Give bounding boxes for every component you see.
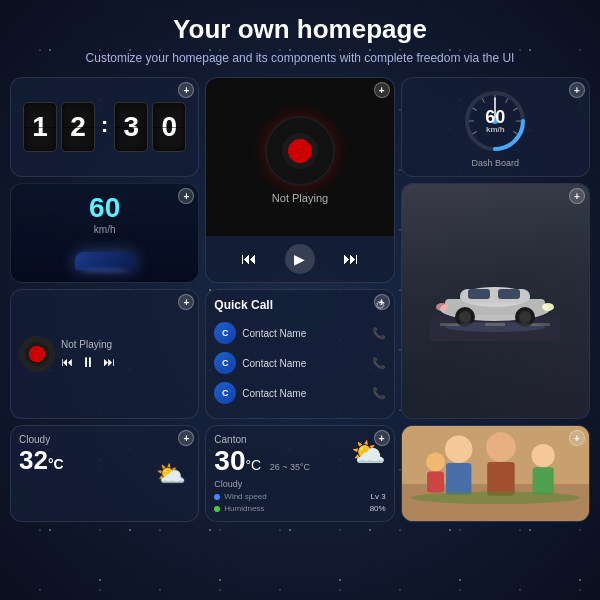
car-speed-value: 60 — [89, 192, 120, 224]
svg-rect-21 — [468, 289, 490, 299]
svg-point-36 — [531, 444, 554, 467]
gauge-display: 60 km/h — [460, 86, 530, 156]
call-icon-2[interactable]: 📞 — [372, 357, 386, 370]
weather-large-unit: °C — [245, 457, 261, 473]
quick-call-widget: + Quick Call ⚙ C Contact Name 📞 C Contac… — [205, 289, 394, 419]
music-small-status: Not Playing — [61, 339, 115, 350]
car-speed-widget: + 60 km/h — [10, 183, 199, 283]
svg-point-28 — [436, 303, 448, 311]
page-subtitle: Customize your homepage and its componen… — [0, 49, 600, 77]
dashboard-add-button[interactable]: + — [569, 82, 585, 98]
contact-row-1[interactable]: C Contact Name 📞 — [214, 318, 385, 348]
gauge-label: Dash Board — [472, 158, 520, 168]
contact-name-2: Contact Name — [242, 358, 365, 369]
weather-detail-humidity: Humidness 80% — [214, 504, 385, 513]
contact-avatar-2: C — [214, 352, 236, 374]
clock-h1: 1 — [23, 102, 57, 152]
weather-small-widget: + Cloudy 32°C ⛅ — [10, 425, 199, 522]
weather-small-add-button[interactable]: + — [178, 430, 194, 446]
quick-call-title: Quick Call — [214, 298, 273, 312]
svg-rect-37 — [532, 467, 553, 494]
humidity-dot — [214, 506, 220, 512]
svg-line-9 — [513, 132, 517, 135]
wind-dot — [214, 494, 220, 500]
wind-value: Lv 3 — [371, 492, 386, 501]
car-speed-unit: km/h — [94, 224, 116, 235]
page-title: Your own homepage — [0, 0, 600, 49]
clock-m2: 0 — [152, 102, 186, 152]
call-icon-1[interactable]: 📞 — [372, 327, 386, 340]
svg-rect-33 — [446, 463, 471, 495]
vinyl-record — [265, 116, 335, 186]
clock-m1: 3 — [114, 102, 148, 152]
svg-point-40 — [411, 491, 580, 504]
weather-small-temp: 32 — [19, 445, 48, 475]
small-next-button[interactable]: ⏭ — [103, 355, 115, 369]
car-speed-add-button[interactable]: + — [178, 188, 194, 204]
contact-row-3[interactable]: C Contact Name 📞 — [214, 378, 385, 408]
quick-call-header: Quick Call ⚙ — [214, 298, 385, 312]
contact-avatar-1: C — [214, 322, 236, 344]
music-main-widget: + Not Playing ⏮ ▶ ⏭ — [205, 77, 394, 283]
svg-line-4 — [482, 98, 485, 102]
contact-avatar-3: C — [214, 382, 236, 404]
small-prev-button[interactable]: ⏮ — [61, 355, 73, 369]
music-small-info: Not Playing ⏮ ⏸ ⏭ — [61, 339, 115, 370]
music-main-controls: ⏮ ▶ ⏭ — [206, 236, 393, 282]
contact-name-1: Contact Name — [242, 328, 365, 339]
svg-point-32 — [445, 436, 472, 463]
weather-small-icon: ⛅ — [156, 460, 186, 488]
car-photo-add-button[interactable]: + — [569, 188, 585, 204]
svg-line-6 — [506, 98, 509, 102]
vinyl-small — [19, 336, 55, 372]
family-background — [402, 426, 589, 521]
weather-large-add-button[interactable]: + — [374, 430, 390, 446]
svg-point-34 — [486, 432, 516, 462]
wind-label: Wind speed — [224, 492, 366, 501]
play-button[interactable]: ▶ — [285, 244, 315, 274]
weather-city: Canton — [214, 434, 310, 445]
svg-point-38 — [426, 452, 445, 471]
family-photo-add-button[interactable]: + — [569, 430, 585, 446]
humidity-label: Humidness — [224, 504, 365, 513]
clock-add-button[interactable]: + — [178, 82, 194, 98]
clock-widget: + 1 2 : 3 0 — [10, 77, 199, 177]
svg-line-1 — [473, 132, 477, 135]
music-small-add-button[interactable]: + — [178, 294, 194, 310]
weather-large-temp: 30 — [214, 445, 245, 477]
svg-line-7 — [513, 108, 517, 111]
svg-point-29 — [445, 322, 545, 332]
weather-large-range: 26 ~ 35°C — [270, 462, 310, 472]
family-photo-widget: + — [401, 425, 590, 522]
car-photo-background — [402, 184, 589, 418]
quickcall-add-button[interactable]: + — [374, 294, 390, 310]
humidity-value: 80% — [370, 504, 386, 513]
dashboard-widget: + — [401, 77, 590, 177]
svg-point-27 — [542, 303, 554, 311]
music-small-controls: ⏮ ⏸ ⏭ — [61, 354, 115, 370]
small-pause-button[interactable]: ⏸ — [81, 354, 95, 370]
svg-rect-39 — [427, 471, 444, 492]
car-image — [70, 239, 140, 274]
call-icon-3[interactable]: 📞 — [372, 387, 386, 400]
gauge-unit: km/h — [485, 126, 505, 134]
weather-small-unit: °C — [48, 456, 64, 472]
weather-large-widget: + Canton 30°C 26 ~ 35°C Cloudy ⛅ Wind sp… — [205, 425, 394, 522]
svg-rect-22 — [498, 289, 520, 299]
music-main-status: Not Playing — [272, 192, 328, 204]
svg-line-3 — [473, 108, 477, 111]
next-button[interactable]: ⏭ — [343, 250, 359, 268]
gauge-speed-value: 60 km/h — [485, 108, 505, 134]
music-main-display: Not Playing — [206, 78, 393, 236]
contact-name-3: Contact Name — [242, 388, 365, 399]
weather-small-condition: Cloudy — [19, 434, 190, 445]
clock-colon: : — [99, 112, 110, 138]
music-small-widget: + Not Playing ⏮ ⏸ ⏭ — [10, 289, 199, 419]
weather-large-condition: Cloudy — [214, 479, 310, 489]
svg-rect-35 — [487, 462, 514, 496]
music-main-add-button[interactable]: + — [374, 82, 390, 98]
svg-point-24 — [459, 311, 471, 323]
prev-button[interactable]: ⏮ — [241, 250, 257, 268]
svg-point-26 — [519, 311, 531, 323]
contact-row-2[interactable]: C Contact Name 📞 — [214, 348, 385, 378]
